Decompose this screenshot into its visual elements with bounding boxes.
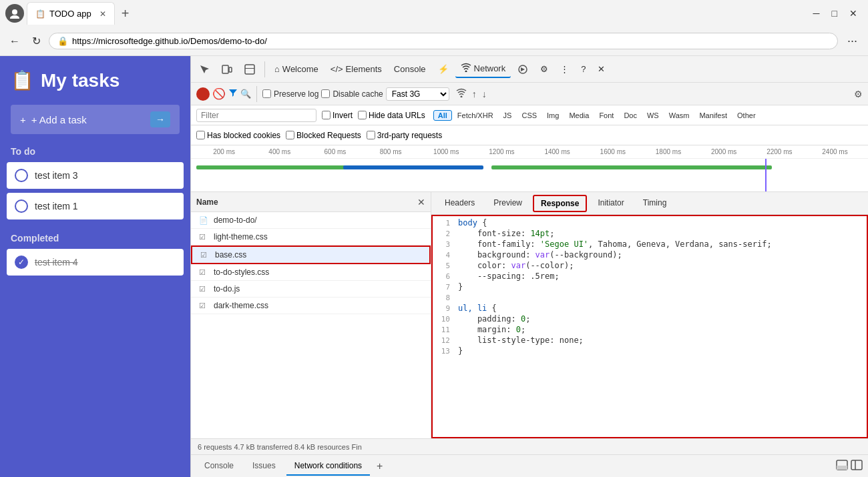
close-devtools-button[interactable]: ✕ (592, 61, 610, 77)
tab-initiator[interactable]: Initiator (590, 194, 632, 213)
filter-toggle-button[interactable] (228, 88, 238, 99)
close-button[interactable]: ✕ (844, 5, 863, 21)
tab-welcome[interactable]: ⌂ Welcome (269, 61, 324, 77)
tab-performance[interactable]: ⚡ (433, 61, 454, 77)
mark-800: 800 ms (363, 148, 419, 155)
tab-preview[interactable]: Preview (485, 194, 530, 213)
undock-button[interactable] (851, 460, 863, 473)
record-button[interactable] (196, 87, 210, 101)
disable-cache-label[interactable]: Disable cache (321, 89, 383, 99)
line-num-7: 7 (431, 282, 458, 292)
elements-toggle-button[interactable] (239, 61, 260, 77)
upload-button[interactable]: ↑ (471, 87, 478, 101)
filter-all[interactable]: All (433, 110, 452, 121)
filter-input[interactable] (196, 109, 316, 122)
add-task-button[interactable]: + + Add a task → (11, 105, 180, 134)
invert-checkbox-label[interactable]: Invert (322, 111, 353, 120)
tab-bar: 📋 TODO app ✕ + (27, 2, 805, 25)
network-toolbar-separator (256, 86, 257, 102)
elements-icon: </> (331, 64, 343, 74)
settings-button[interactable]: ⚙ (535, 61, 554, 77)
bottom-tab-network-conditions[interactable]: Network conditions (286, 457, 370, 476)
disable-cache-checkbox[interactable] (321, 89, 330, 98)
address-bar[interactable]: 🔒 https://microsoftedge.github.io/Demos/… (49, 33, 838, 49)
browser-tab[interactable]: 📋 TODO app ✕ (27, 2, 115, 25)
hide-data-urls-label[interactable]: Hide data URLs (358, 111, 425, 120)
task-item-4[interactable]: ✓ test item 4 (7, 249, 184, 276)
file-entry-demo[interactable]: 📄 demo-to-do/ (191, 212, 431, 229)
file-entry-to-do-styles[interactable]: ☑ to-do-styles.css (191, 264, 431, 281)
completed-task-list: ✓ test item 4 (0, 249, 190, 276)
filter-ws[interactable]: WS (642, 110, 664, 121)
todo-task-list: test item 3 test item 1 (0, 162, 190, 219)
bottom-tab-console[interactable]: Console (196, 457, 242, 476)
bottom-tab-issues[interactable]: Issues (244, 457, 284, 476)
online-icon-button[interactable] (455, 87, 468, 101)
refresh-button[interactable]: ↻ (28, 32, 45, 50)
todo-icon: 📋 (11, 69, 34, 91)
help-button[interactable]: ? (576, 61, 591, 77)
more-tools-button[interactable]: ⋮ (555, 61, 574, 77)
filter-manifest[interactable]: Manifest (694, 110, 732, 121)
completed-section-title: Completed (0, 227, 190, 249)
tab-close-button[interactable]: ✕ (99, 9, 106, 19)
tab-elements[interactable]: </> Elements (325, 61, 387, 77)
todo-app: 📋 My tasks + + Add a task → To do test i… (0, 56, 190, 477)
clear-button[interactable]: 🚫 (212, 87, 226, 100)
download-button[interactable]: ↓ (481, 87, 488, 101)
filter-doc[interactable]: Doc (619, 110, 642, 121)
filter-other[interactable]: Other (732, 110, 761, 121)
response-tabs: Headers Preview Response Initiator Timin… (431, 192, 868, 215)
file-entry-base-css[interactable]: ☑ base.css (191, 246, 431, 264)
blocked-requests-checkbox[interactable] (286, 131, 294, 139)
add-tab-button[interactable]: + (373, 460, 387, 472)
has-blocked-cookies-label[interactable]: Has blocked cookies (196, 131, 280, 140)
close-panel-button[interactable]: ✕ (417, 197, 425, 207)
filter-wasm[interactable]: Wasm (664, 110, 694, 121)
profile-icon[interactable] (5, 4, 24, 23)
filter-img[interactable]: Img (542, 110, 564, 121)
preserve-log-checkbox[interactable] (262, 89, 271, 98)
invert-checkbox[interactable] (322, 111, 331, 119)
maximize-button[interactable]: □ (827, 5, 843, 21)
search-button[interactable]: 🔍 (240, 89, 251, 99)
tab-headers[interactable]: Headers (437, 194, 483, 213)
file-entry-to-do-js[interactable]: ☑ to-do.js (191, 281, 431, 298)
devtools-panel: ⌂ Welcome </> Elements Console ⚡ Network (190, 56, 868, 477)
tab-network[interactable]: Network (455, 60, 511, 78)
task-checkbox-4[interactable]: ✓ (15, 256, 28, 269)
filter-font[interactable]: Font (594, 110, 618, 121)
network-settings-button[interactable]: ⚙ (854, 89, 863, 99)
new-tab-button[interactable]: + (118, 6, 134, 21)
tab-console[interactable]: Console (389, 61, 431, 77)
tab-timing[interactable]: Timing (635, 194, 675, 213)
task-item-1[interactable]: test item 1 (7, 193, 184, 219)
task-checkbox-3[interactable] (15, 169, 28, 182)
filter-media[interactable]: Media (564, 110, 594, 121)
inspect-element-button[interactable] (194, 61, 215, 77)
preserve-log-label[interactable]: Preserve log (262, 89, 318, 99)
filter-js[interactable]: JS (499, 110, 517, 121)
hide-data-urls-checkbox[interactable] (358, 111, 367, 119)
task-item-3[interactable]: test item 3 (7, 162, 184, 189)
filter-fetch-xhr[interactable]: Fetch/XHR (453, 110, 498, 121)
third-party-label[interactable]: 3rd-party requests (367, 131, 442, 140)
has-blocked-cookies-checkbox[interactable] (196, 131, 205, 139)
address-input[interactable]: https://microsoftedge.github.io/Demos/de… (72, 36, 829, 46)
back-button[interactable]: ← (5, 33, 24, 50)
tab-sources[interactable] (512, 61, 533, 77)
file-entry-dark-theme[interactable]: ☑ dark-theme.css (191, 298, 431, 314)
file-name-1: light-theme.css (214, 232, 423, 242)
tab-response[interactable]: Response (533, 195, 587, 212)
tab-favicon: 📋 (35, 9, 45, 19)
blocked-requests-label[interactable]: Blocked Requests (286, 131, 361, 140)
throttle-select[interactable]: Fast 3G Slow 3G Offline No throttling (386, 87, 449, 101)
task-checkbox-1[interactable] (15, 199, 28, 213)
minimize-button[interactable]: ─ (808, 5, 825, 21)
dock-button[interactable] (836, 460, 848, 473)
file-entry-light-theme[interactable]: ☑ light-theme.css (191, 229, 431, 246)
filter-css[interactable]: CSS (517, 110, 541, 121)
third-party-checkbox[interactable] (367, 131, 375, 139)
browser-more-button[interactable]: ··· (842, 31, 863, 51)
device-emulation-button[interactable] (216, 61, 238, 77)
